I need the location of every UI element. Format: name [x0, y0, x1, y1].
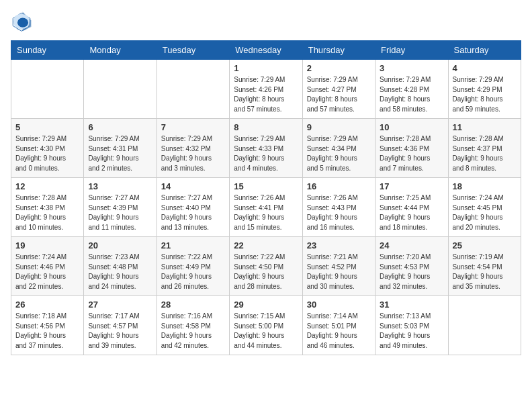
page-header [11, 11, 521, 32]
calendar-cell: 20Sunrise: 7:23 AM Sunset: 4:48 PM Dayli… [84, 237, 157, 296]
calendar-cell: 24Sunrise: 7:20 AM Sunset: 4:53 PM Dayli… [375, 237, 448, 296]
calendar-cell: 8Sunrise: 7:29 AM Sunset: 4:33 PM Daylig… [230, 119, 302, 178]
day-info: Sunrise: 7:29 AM Sunset: 4:28 PM Dayligh… [380, 75, 443, 114]
day-number: 18 [453, 181, 517, 191]
day-info: Sunrise: 7:18 AM Sunset: 4:56 PM Dayligh… [15, 312, 79, 351]
weekday-header-friday: Friday [375, 41, 448, 60]
day-number: 9 [307, 122, 371, 132]
calendar-cell: 16Sunrise: 7:26 AM Sunset: 4:43 PM Dayli… [302, 178, 375, 237]
day-info: Sunrise: 7:26 AM Sunset: 4:43 PM Dayligh… [307, 193, 371, 232]
calendar-week-row: 12Sunrise: 7:28 AM Sunset: 4:38 PM Dayli… [11, 178, 521, 237]
day-number: 25 [453, 240, 517, 250]
day-number: 29 [234, 300, 298, 310]
day-info: Sunrise: 7:29 AM Sunset: 4:34 PM Dayligh… [307, 134, 371, 173]
day-number: 1 [234, 63, 298, 73]
day-number: 19 [15, 240, 79, 250]
calendar-cell: 15Sunrise: 7:26 AM Sunset: 4:41 PM Dayli… [230, 178, 302, 237]
calendar-cell [157, 60, 229, 119]
day-number: 5 [15, 122, 79, 132]
calendar-week-row: 19Sunrise: 7:24 AM Sunset: 4:46 PM Dayli… [11, 237, 521, 296]
calendar-cell [84, 60, 157, 119]
day-info: Sunrise: 7:27 AM Sunset: 4:40 PM Dayligh… [161, 193, 225, 232]
day-number: 7 [161, 122, 225, 132]
day-number: 17 [380, 181, 443, 191]
calendar-cell: 1Sunrise: 7:29 AM Sunset: 4:26 PM Daylig… [230, 60, 302, 119]
day-number: 2 [307, 63, 371, 73]
calendar-cell: 4Sunrise: 7:29 AM Sunset: 4:29 PM Daylig… [448, 60, 521, 119]
day-info: Sunrise: 7:16 AM Sunset: 4:58 PM Dayligh… [161, 312, 225, 351]
calendar-week-row: 26Sunrise: 7:18 AM Sunset: 4:56 PM Dayli… [11, 296, 521, 355]
day-info: Sunrise: 7:29 AM Sunset: 4:33 PM Dayligh… [234, 134, 298, 173]
calendar-cell: 31Sunrise: 7:13 AM Sunset: 5:03 PM Dayli… [375, 296, 448, 355]
day-number: 15 [234, 181, 298, 191]
day-info: Sunrise: 7:28 AM Sunset: 4:38 PM Dayligh… [15, 193, 79, 232]
day-info: Sunrise: 7:23 AM Sunset: 4:48 PM Dayligh… [88, 253, 152, 291]
calendar-cell: 18Sunrise: 7:24 AM Sunset: 4:45 PM Dayli… [448, 178, 521, 237]
calendar-cell: 9Sunrise: 7:29 AM Sunset: 4:34 PM Daylig… [302, 119, 375, 178]
day-number: 26 [15, 300, 79, 310]
weekday-header-thursday: Thursday [302, 41, 375, 60]
day-info: Sunrise: 7:29 AM Sunset: 4:32 PM Dayligh… [161, 134, 225, 173]
day-info: Sunrise: 7:19 AM Sunset: 4:54 PM Dayligh… [453, 253, 517, 291]
weekday-header-tuesday: Tuesday [157, 41, 229, 60]
day-number: 22 [234, 240, 298, 250]
calendar-cell: 27Sunrise: 7:17 AM Sunset: 4:57 PM Dayli… [84, 296, 157, 355]
weekday-header-monday: Monday [84, 41, 157, 60]
day-number: 21 [161, 240, 225, 250]
calendar-cell: 28Sunrise: 7:16 AM Sunset: 4:58 PM Dayli… [157, 296, 229, 355]
calendar-cell: 2Sunrise: 7:29 AM Sunset: 4:27 PM Daylig… [302, 60, 375, 119]
day-info: Sunrise: 7:22 AM Sunset: 4:49 PM Dayligh… [161, 253, 225, 291]
calendar-cell: 29Sunrise: 7:15 AM Sunset: 5:00 PM Dayli… [230, 296, 302, 355]
day-number: 30 [307, 300, 371, 310]
calendar-cell: 21Sunrise: 7:22 AM Sunset: 4:49 PM Dayli… [157, 237, 229, 296]
day-number: 6 [88, 122, 152, 132]
calendar-cell [11, 60, 84, 119]
weekday-header-sunday: Sunday [11, 41, 84, 60]
day-number: 27 [88, 300, 152, 310]
weekday-header-saturday: Saturday [448, 41, 521, 60]
calendar-cell: 10Sunrise: 7:28 AM Sunset: 4:36 PM Dayli… [375, 119, 448, 178]
calendar-cell [448, 296, 521, 355]
calendar-week-row: 1Sunrise: 7:29 AM Sunset: 4:26 PM Daylig… [11, 60, 521, 119]
day-number: 24 [380, 240, 443, 250]
day-info: Sunrise: 7:28 AM Sunset: 4:37 PM Dayligh… [453, 134, 517, 173]
day-info: Sunrise: 7:24 AM Sunset: 4:45 PM Dayligh… [453, 193, 517, 232]
day-info: Sunrise: 7:20 AM Sunset: 4:53 PM Dayligh… [380, 253, 443, 291]
day-info: Sunrise: 7:29 AM Sunset: 4:30 PM Dayligh… [15, 134, 79, 173]
calendar-cell: 26Sunrise: 7:18 AM Sunset: 4:56 PM Dayli… [11, 296, 84, 355]
calendar-cell: 6Sunrise: 7:29 AM Sunset: 4:31 PM Daylig… [84, 119, 157, 178]
day-number: 4 [453, 63, 517, 73]
calendar-cell: 30Sunrise: 7:14 AM Sunset: 5:01 PM Dayli… [302, 296, 375, 355]
day-info: Sunrise: 7:29 AM Sunset: 4:27 PM Dayligh… [307, 75, 371, 114]
calendar-table: SundayMondayTuesdayWednesdayThursdayFrid… [11, 40, 521, 355]
day-info: Sunrise: 7:29 AM Sunset: 4:26 PM Dayligh… [234, 75, 298, 114]
day-number: 14 [161, 181, 225, 191]
day-info: Sunrise: 7:28 AM Sunset: 4:36 PM Dayligh… [380, 134, 443, 173]
calendar-cell: 13Sunrise: 7:27 AM Sunset: 4:39 PM Dayli… [84, 178, 157, 237]
calendar-cell: 25Sunrise: 7:19 AM Sunset: 4:54 PM Dayli… [448, 237, 521, 296]
weekday-header-row: SundayMondayTuesdayWednesdayThursdayFrid… [11, 41, 521, 60]
day-number: 8 [234, 122, 298, 132]
day-number: 11 [453, 122, 517, 132]
calendar-cell: 7Sunrise: 7:29 AM Sunset: 4:32 PM Daylig… [157, 119, 229, 178]
logo-icon [11, 11, 32, 32]
day-info: Sunrise: 7:17 AM Sunset: 4:57 PM Dayligh… [88, 312, 152, 351]
day-number: 20 [88, 240, 152, 250]
day-info: Sunrise: 7:13 AM Sunset: 5:03 PM Dayligh… [380, 312, 443, 351]
calendar-cell: 17Sunrise: 7:25 AM Sunset: 4:44 PM Dayli… [375, 178, 448, 237]
day-info: Sunrise: 7:24 AM Sunset: 4:46 PM Dayligh… [15, 253, 79, 291]
day-info: Sunrise: 7:27 AM Sunset: 4:39 PM Dayligh… [88, 193, 152, 232]
day-number: 13 [88, 181, 152, 191]
calendar-cell: 14Sunrise: 7:27 AM Sunset: 4:40 PM Dayli… [157, 178, 229, 237]
calendar-cell: 12Sunrise: 7:28 AM Sunset: 4:38 PM Dayli… [11, 178, 84, 237]
day-number: 28 [161, 300, 225, 310]
calendar-cell: 22Sunrise: 7:22 AM Sunset: 4:50 PM Dayli… [230, 237, 302, 296]
calendar-cell: 11Sunrise: 7:28 AM Sunset: 4:37 PM Dayli… [448, 119, 521, 178]
day-info: Sunrise: 7:29 AM Sunset: 4:31 PM Dayligh… [88, 134, 152, 173]
weekday-header-wednesday: Wednesday [230, 41, 302, 60]
day-info: Sunrise: 7:26 AM Sunset: 4:41 PM Dayligh… [234, 193, 298, 232]
day-info: Sunrise: 7:22 AM Sunset: 4:50 PM Dayligh… [234, 253, 298, 291]
day-number: 10 [380, 122, 443, 132]
day-number: 31 [380, 300, 443, 310]
day-number: 23 [307, 240, 371, 250]
